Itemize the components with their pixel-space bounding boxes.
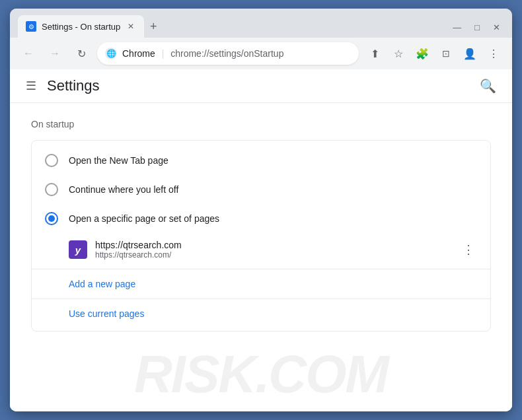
nav-actions: ⬆ ☆ 🧩 ⊡ 👤 ⋮: [364, 43, 504, 64]
search-button[interactable]: 🔍: [480, 78, 496, 94]
site-name: Chrome: [122, 48, 155, 59]
option-new-tab-label: Open the New Tab page: [69, 155, 168, 166]
profile-icon: 👤: [463, 48, 476, 60]
option-continue-label: Continue where you left off: [69, 184, 178, 195]
url-path: chrome://settings/onStartup: [170, 48, 283, 59]
option-specific[interactable]: Open a specific page or set of pages: [32, 204, 490, 233]
option-specific-label: Open a specific page or set of pages: [69, 213, 219, 224]
content-area: ☰ Settings 🔍 On startup Open the New Tab…: [10, 69, 512, 411]
site-security-icon: 🌐: [105, 48, 117, 59]
reload-icon: ↻: [77, 48, 86, 60]
section-label: On startup: [31, 119, 491, 129]
url-more-button[interactable]: ⋮: [460, 240, 477, 260]
reload-button[interactable]: ↻: [71, 43, 92, 64]
extensions-icon: 🧩: [416, 48, 429, 60]
radio-specific[interactable]: [45, 212, 58, 225]
more-options-button[interactable]: ⋮: [483, 43, 504, 64]
minimize-button[interactable]: —: [449, 21, 465, 34]
url-subtitle: https://qtrsearch.com/: [95, 250, 452, 260]
use-current-pages-link[interactable]: Use current pages: [32, 302, 490, 326]
title-bar: ⚙ Settings - On startup ✕ + — □ ✕: [10, 9, 512, 38]
address-text: Chrome | chrome://settings/onStartup: [122, 48, 283, 59]
extensions-button[interactable]: 🧩: [412, 43, 433, 64]
add-new-page-link[interactable]: Add a new page: [32, 272, 490, 296]
sidebar-toggle-button[interactable]: ☰: [26, 79, 36, 93]
profile-button[interactable]: 👤: [459, 43, 480, 64]
radio-new-tab[interactable]: [45, 154, 58, 167]
cast-button[interactable]: ⊡: [435, 43, 457, 64]
menu-icon: ☰: [26, 79, 36, 92]
cast-icon: ⊡: [442, 48, 450, 59]
tab-bar: ⚙ Settings - On startup ✕ +: [18, 15, 446, 38]
radio-continue[interactable]: [45, 183, 58, 196]
settings-header: ☰ Settings 🔍: [10, 69, 512, 103]
options-card: Open the New Tab page Continue where you…: [31, 140, 491, 332]
tab-title: Settings - On startup: [42, 22, 120, 32]
url-info: https://qtrsearch.com https://qtrsearch.…: [95, 240, 452, 260]
share-icon: ⬆: [371, 48, 379, 60]
window-controls: — □ ✕: [449, 21, 504, 34]
forward-button[interactable]: →: [44, 43, 65, 64]
url-favicon: y: [69, 240, 87, 259]
address-bar[interactable]: 🌐 Chrome | chrome://settings/onStartup: [97, 42, 359, 65]
share-button[interactable]: ⬆: [364, 43, 385, 64]
tab-close-button[interactable]: ✕: [126, 21, 136, 32]
new-tab-button[interactable]: +: [144, 17, 163, 36]
url-title: https://qtrsearch.com: [95, 240, 452, 250]
settings-content: On startup Open the New Tab page Continu…: [10, 103, 512, 411]
more-icon: ⋮: [488, 48, 499, 60]
url-entry: y https://qtrsearch.com https://qtrsearc…: [32, 233, 490, 266]
radio-selected-dot: [48, 215, 55, 222]
divider-1: [32, 269, 490, 269]
url-more-icon: ⋮: [463, 243, 474, 256]
tab-favicon: ⚙: [26, 21, 36, 32]
star-icon: ☆: [394, 48, 403, 60]
option-new-tab[interactable]: Open the New Tab page: [32, 146, 490, 175]
browser-window: ⚙ Settings - On startup ✕ + — □ ✕ ←: [10, 9, 512, 411]
page-title: Settings: [47, 77, 100, 94]
bookmark-button[interactable]: ☆: [388, 43, 409, 64]
back-button[interactable]: ←: [18, 43, 39, 64]
active-tab[interactable]: ⚙ Settings - On startup ✕: [18, 15, 144, 38]
settings-page: ☰ Settings 🔍 On startup Open the New Tab…: [10, 69, 512, 411]
maximize-button[interactable]: □: [470, 21, 484, 34]
watermark-text: RISK.COM: [134, 344, 388, 411]
nav-bar: ← → ↻ 🌐 Chrome | chrome://settings/onSta…: [10, 38, 512, 69]
divider-2: [32, 298, 490, 299]
close-button[interactable]: ✕: [489, 21, 504, 34]
option-continue[interactable]: Continue where you left off: [32, 175, 490, 204]
forward-icon: →: [50, 48, 60, 59]
search-icon: 🔍: [480, 79, 496, 93]
back-icon: ←: [23, 48, 34, 59]
